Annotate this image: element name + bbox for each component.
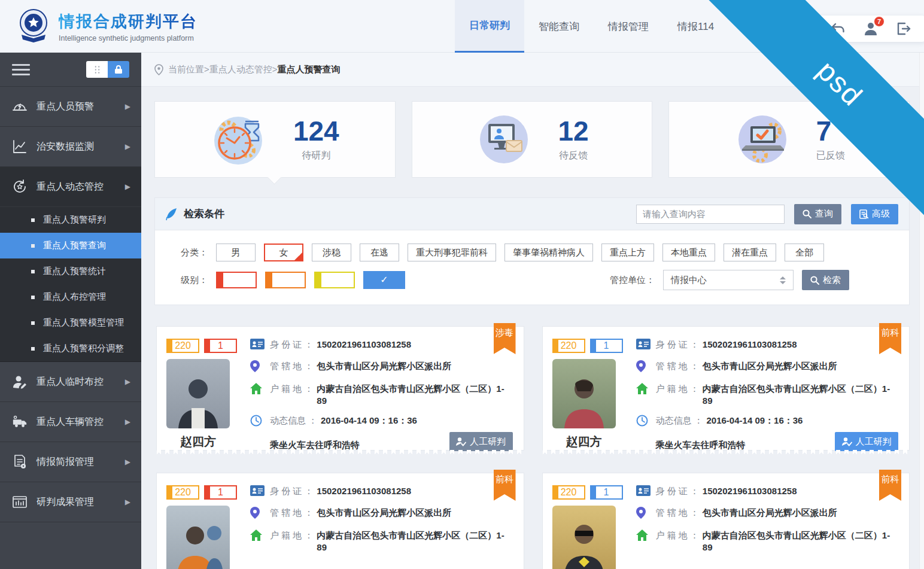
tab-daily-research[interactable]: 日常研判	[455, 0, 524, 53]
tab-smart-query[interactable]: 智能查询	[524, 0, 594, 53]
tab-intel-manage[interactable]: 情报管理	[594, 0, 663, 53]
alarm-icon	[11, 98, 29, 115]
location-pin-icon	[154, 64, 163, 75]
sidebar-item-vehicle-control[interactable]: 重点人车辆管控 ▶	[0, 402, 141, 442]
police-badge-logo	[17, 7, 50, 45]
stat-card-feedback-done[interactable]: 7 已反馈	[668, 101, 910, 178]
stat-label: 待研判	[293, 150, 339, 162]
category-key-upper[interactable]: 重点上方	[601, 244, 654, 261]
residence: 内蒙古自治区包头市青山区光辉小区（二区）1-89	[703, 530, 898, 553]
report-gear-icon	[11, 453, 29, 471]
chevron-right-icon: ▶	[125, 378, 130, 386]
person-name: 赵四方	[552, 434, 616, 450]
sidebar-item-person-alert[interactable]: 重点人员预警 ▶	[0, 87, 141, 127]
person-photo	[552, 506, 616, 569]
level-orange-chip[interactable]	[265, 272, 306, 288]
category-criminal-record[interactable]: 重大刑事犯罪前科	[408, 244, 496, 261]
category-stability[interactable]: 涉稳	[312, 244, 351, 261]
category-male[interactable]: 男	[216, 244, 256, 261]
alert-badge: 1	[590, 485, 623, 500]
activity-time: 2016-04-14 09：16：36	[321, 415, 417, 427]
activity-desc: 乘坐火车去往呼和浩特	[656, 440, 746, 451]
select-arrows-icon	[780, 276, 786, 284]
home-icon	[250, 383, 265, 397]
person-photo	[166, 506, 230, 569]
level-confirm-button[interactable]: ✓	[363, 271, 405, 289]
id-card-icon	[250, 339, 265, 352]
score-badge: 220	[552, 339, 585, 353]
clock-icon	[636, 415, 651, 430]
search-input[interactable]	[636, 205, 785, 224]
jurisdiction-pin-icon	[636, 360, 651, 375]
sidebar-sub-score-adjust[interactable]: 重点人预警积分调整	[0, 336, 141, 361]
query-button[interactable]: 查询	[794, 204, 841, 224]
stat-card-awaiting-feedback[interactable]: 12 待反馈	[412, 101, 653, 178]
sidebar-pin-toggle[interactable]	[86, 61, 129, 78]
category-potential-key[interactable]: 潜在重点	[724, 244, 776, 261]
activity-desc: 乘坐火车去往呼和浩特	[270, 440, 360, 451]
sidebar-item-temp-control[interactable]: 重点人临时布控 ▶	[0, 362, 141, 402]
sidebar-sub-warning-research[interactable]: 重点人预警研判	[0, 207, 141, 233]
sidebar-sub-model-manage[interactable]: 重点人预警模型管理	[0, 310, 141, 336]
id-number: 1502021961103081258	[703, 485, 797, 497]
person-check-icon	[842, 437, 852, 446]
jurisdiction: 包头市青山区分局光辉小区派出所	[317, 360, 451, 372]
sidebar-item-results-manage[interactable]: 研判成果管理 ▶	[0, 482, 141, 522]
category-mental[interactable]: 肇事肇祸精神病人	[504, 244, 593, 261]
level-red-chip[interactable]	[216, 272, 257, 288]
scrollbar-track[interactable]	[919, 53, 924, 569]
retrieve-button[interactable]: 检索	[802, 270, 849, 290]
app-title: 情报合成研判平台	[59, 11, 197, 32]
sidebar-sub-warning-stats[interactable]: 重点人预警统计	[0, 258, 141, 284]
advanced-search-icon	[859, 209, 868, 219]
unit-label: 管控单位：	[610, 275, 655, 286]
jurisdiction-pin-icon	[250, 507, 265, 522]
person-cards-grid: 涉毒 220 1 赵四方 身 份 证： 1502021961103081258	[156, 326, 910, 569]
category-all[interactable]: 全部	[785, 244, 824, 261]
line-chart-icon	[11, 138, 29, 156]
person-check-icon	[456, 437, 466, 446]
menu-hamburger-icon[interactable]	[12, 61, 30, 78]
user-icon[interactable]: 7	[863, 21, 879, 36]
sidebar-item-dynamic-control[interactable]: 重点人动态管控 ▶	[0, 167, 141, 207]
tab-special[interactable]: 专	[728, 0, 767, 53]
jurisdiction-pin-icon	[636, 507, 651, 522]
manual-research-button[interactable]: 人工研判	[835, 432, 898, 451]
category-female[interactable]: 女	[264, 244, 303, 261]
sidebar-item-security-data[interactable]: 治安数据监测 ▶	[0, 127, 141, 167]
top-nav: 日常研判 智能查询 情报管理 情报114 专	[455, 0, 767, 53]
pending-clock-icon	[211, 111, 268, 168]
home-icon	[636, 530, 651, 544]
stat-label: 已反馈	[816, 150, 845, 162]
bullet-icon	[31, 296, 35, 299]
manual-research-button[interactable]: 人工研判	[449, 432, 513, 451]
category-local-key[interactable]: 本地重点	[662, 244, 715, 261]
person-card: 前科 220 1 身 份 证： 1502021961103081258	[156, 473, 524, 569]
person-card: 前科 220 1 身 份 证： 1502021961103081258	[542, 473, 910, 569]
sidebar-item-label: 治安数据监测	[37, 141, 94, 153]
sidebar-sub-control-manage[interactable]: 重点人布控管理	[0, 284, 141, 310]
sidebar: 重点人员预警 ▶ 治安数据监测 ▶ 重点人动态管控 ▶ 重点人预警研判	[0, 53, 141, 569]
stat-card-pending[interactable]: 124 待研判	[154, 101, 396, 178]
id-card-icon	[250, 485, 265, 499]
sidebar-item-briefing-manage[interactable]: 情报简报管理 ▶	[0, 442, 141, 482]
sidebar-item-label: 重点人员预警	[37, 101, 94, 113]
person-card: 前科 220 1 赵四方 身 份 证： 1502021961103081258	[542, 326, 910, 451]
bullet-icon	[31, 218, 35, 222]
advanced-button[interactable]: 高级	[851, 204, 898, 224]
alert-badge: 1	[204, 485, 237, 500]
bullet-icon	[31, 244, 35, 248]
tab-intel-114[interactable]: 情报114	[663, 0, 728, 53]
residence: 内蒙古自治区包头市青山区光辉小区（二区）1-89	[317, 383, 512, 407]
undo-icon[interactable]	[831, 21, 846, 36]
sidebar-sub-warning-query[interactable]: 重点人预警查询	[0, 233, 141, 258]
activity-time: 2016-04-14 09：16：36	[707, 415, 803, 427]
unit-select[interactable]: 情报中心	[663, 270, 794, 290]
level-yellow-chip[interactable]	[314, 272, 355, 288]
home-icon	[250, 530, 265, 544]
alert-badge: 1	[204, 339, 237, 353]
category-fugitive[interactable]: 在逃	[360, 244, 399, 261]
bullet-icon	[31, 321, 35, 325]
clock-icon	[250, 415, 265, 430]
logout-icon[interactable]	[895, 21, 911, 36]
